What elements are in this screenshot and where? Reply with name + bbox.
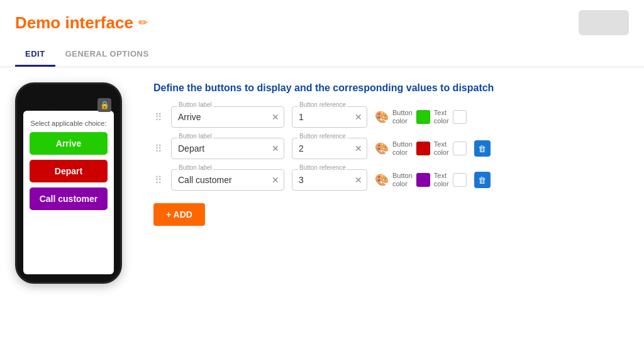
phone-btn-depart: Depart [30,160,108,182]
header: Demo interface ✏ [0,0,644,35]
phone-select-label: Select applicable choice: [30,120,106,127]
tabs: EDIT GENERAL OPTIONS [0,43,644,67]
color-section-1: 🎨 Buttoncolor Textcolor [375,109,467,125]
clear-ref-2[interactable]: ✕ [355,143,362,153]
page-title: Demo interface [15,13,133,33]
button-ref-input-group-1: Button reference ✕ [292,106,367,128]
text-color-label-1: Textcolor [434,109,449,125]
drag-handle-icon[interactable]: ⠿ [153,111,164,123]
drag-handle-icon[interactable]: ⠿ [153,143,164,155]
tab-general-options[interactable]: GENERAL OPTIONS [55,43,159,67]
tab-edit[interactable]: EDIT [15,43,55,67]
button-color-label-2: Buttoncolor [392,140,413,157]
phone-notch [50,97,87,106]
palette-icon-2[interactable]: 🎨 [375,142,389,155]
phone-frame: 🔒 Select applicable choice: Arrive Depar… [15,82,122,284]
edit-icon[interactable]: ✏ [138,16,148,30]
table-row: ⠿ Button label ✕ Button reference ✕ 🎨 Bu… [153,138,629,159]
palette-icon-3[interactable]: 🎨 [375,173,389,187]
button-label-input-group-2: Button label ✕ [171,138,284,159]
clear-ref-1[interactable]: ✕ [355,112,362,122]
add-button-label: + ADD [166,209,192,220]
clear-label-2[interactable]: ✕ [272,143,279,153]
text-color-swatch-2[interactable] [453,142,467,155]
delete-button-2[interactable]: 🗑 [474,140,491,157]
color-section-2: 🎨 Buttoncolor Textcolor [375,140,467,157]
button-ref-input-group-3: Button reference ✕ [292,169,367,191]
text-color-swatch-1[interactable] [453,110,467,124]
text-color-swatch-3[interactable] [453,173,467,187]
button-ref-label-3: Button reference [298,164,347,171]
color-section-3: 🎨 Buttoncolor Textcolor [375,172,467,188]
button-label-input-group-1: Button label ✕ [171,106,284,128]
phone-btn-call: Call customer [30,187,108,210]
button-label-label-3: Button label [177,164,213,171]
button-ref-input-group-2: Button reference ✕ [292,138,367,159]
phone-btn-arrive: Arrive [30,132,108,155]
palette-icon-1[interactable]: 🎨 [375,110,389,124]
button-rows: ⠿ Button label ✕ Button reference ✕ 🎨 Bu… [153,106,629,191]
add-section: + ADD [153,203,629,226]
clear-label-1[interactable]: ✕ [272,112,279,122]
table-row: ⠿ Button label ✕ Button reference ✕ 🎨 Bu… [153,106,629,128]
header-left: Demo interface ✏ [15,13,148,33]
button-color-label-1: Buttoncolor [392,109,413,125]
phone-preview: 🔒 Select applicable choice: Arrive Depar… [15,82,128,284]
button-label-input-group-3: Button label ✕ [171,169,284,191]
drag-handle-icon[interactable]: ⠿ [153,174,164,186]
main-content: 🔒 Select applicable choice: Arrive Depar… [0,67,644,299]
button-label-input-1[interactable] [171,106,284,128]
button-label-input-2[interactable] [171,138,284,159]
button-ref-label-1: Button reference [298,101,347,108]
panel-title: Define the buttons to display and the co… [153,82,629,94]
table-row: ⠿ Button label ✕ Button reference ✕ 🎨 Bu… [153,169,629,191]
logo [579,10,629,35]
button-color-swatch-3[interactable] [416,173,430,187]
phone-lock-icon: 🔒 [97,98,111,112]
add-button[interactable]: + ADD [153,203,205,226]
button-label-input-3[interactable] [171,169,284,191]
delete-button-3[interactable]: 🗑 [474,172,491,188]
button-color-swatch-2[interactable] [416,142,430,155]
phone-screen: Select applicable choice: Arrive Depart … [23,111,114,274]
clear-ref-3[interactable]: ✕ [355,175,362,185]
button-color-label-3: Buttoncolor [392,172,413,188]
button-label-label-1: Button label [177,101,213,108]
button-color-swatch-1[interactable] [416,110,430,124]
text-color-label-3: Textcolor [434,172,449,188]
text-color-label-2: Textcolor [434,140,449,157]
clear-label-3[interactable]: ✕ [272,175,279,185]
right-panel: Define the buttons to display and the co… [153,82,629,284]
button-ref-label-2: Button reference [298,133,347,140]
button-label-label-2: Button label [177,133,213,140]
